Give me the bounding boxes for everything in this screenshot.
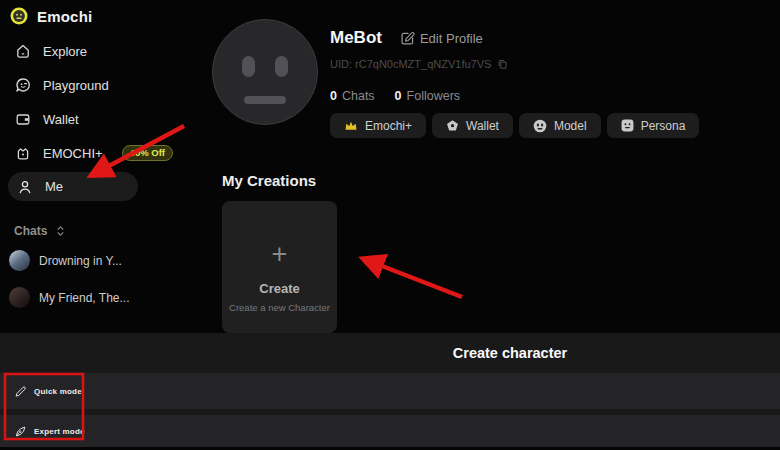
profile-stats: 0 Chats 0 Followers [330, 89, 460, 103]
my-creations-title: My Creations [222, 172, 316, 189]
create-character-card[interactable]: + Create Create a new Character [222, 201, 337, 333]
copy-icon[interactable] [497, 59, 508, 70]
sidebar-item-label: Wallet [43, 112, 79, 127]
edit-icon [400, 31, 415, 46]
sidebar-item-emochi-plus[interactable]: EMOCHI+ 40% Off [0, 136, 205, 170]
pentagon-gem-icon [446, 119, 459, 132]
profile-actions: Emochi+ Wallet Model [330, 113, 699, 138]
profile-avatar [212, 19, 318, 125]
action-label: Wallet [466, 119, 499, 133]
edit-profile-label: Edit Profile [420, 31, 483, 46]
wallet-icon [14, 111, 31, 127]
expert-mode-label: Expert mode [34, 427, 85, 436]
plus-icon: + [272, 241, 288, 267]
uid-row: UID: rC7qN0cMZT_qNZV1fu7VS [330, 58, 508, 70]
sidebar-item-playground[interactable]: Playground [0, 68, 205, 102]
stat-value: 0 [395, 89, 402, 103]
sidebar-item-me[interactable]: Me [8, 172, 138, 201]
emochi-plus-button[interactable]: Emochi+ [330, 113, 426, 138]
uid-text: UID: rC7qN0cMZT_qNZV1fu7VS [330, 58, 491, 70]
crown-box-icon [14, 145, 31, 161]
face-card-icon [621, 119, 634, 132]
chat-avatar [9, 250, 30, 271]
avatar-eye [275, 56, 288, 77]
model-button[interactable]: Model [519, 113, 601, 138]
create-card-subtitle: Create a new Character [229, 302, 330, 313]
discount-badge: 40% Off [122, 145, 173, 161]
home-icon [14, 43, 31, 59]
expert-mode-option[interactable]: Expert mode [0, 415, 780, 447]
stat-label: Chats [342, 89, 375, 103]
create-character-sheet: Create character Quick mode Expert mode [0, 333, 780, 447]
pen-nib-icon [14, 425, 27, 438]
edit-profile-button[interactable]: Edit Profile [400, 31, 483, 46]
app-title: Emochi [37, 8, 92, 25]
sidebar-item-label: Playground [43, 78, 109, 93]
sidebar-nav: Explore Playground [0, 34, 205, 201]
sidebar-item-wallet[interactable]: Wallet [0, 102, 205, 136]
chat-name: Drowning in Y... [39, 254, 122, 268]
avatar-eye [242, 56, 255, 77]
chats-label: Chats [14, 224, 47, 238]
profile-header: MeBot Edit Profile [330, 28, 483, 48]
person-icon [16, 179, 33, 195]
sidebar-item-label: Me [45, 179, 63, 194]
annotation-arrow-create [364, 259, 462, 297]
quick-mode-option[interactable]: Quick mode [0, 373, 780, 409]
chat-avatar [9, 287, 30, 308]
action-label: Model [554, 119, 587, 133]
pen-icon [14, 385, 27, 398]
chat-list-item[interactable]: Drowning in Y... [0, 242, 200, 279]
quick-mode-label: Quick mode [34, 387, 82, 396]
action-label: Persona [641, 119, 686, 133]
app-root: Emochi Explore [0, 0, 780, 450]
chat-list-item[interactable]: My Friend, The... [0, 279, 200, 316]
stat-chats: 0 Chats [330, 89, 375, 103]
robot-face-icon [533, 119, 547, 133]
sort-icon[interactable] [54, 224, 67, 238]
persona-button[interactable]: Persona [607, 113, 700, 138]
create-card-title: Create [259, 281, 299, 296]
action-label: Emochi+ [365, 119, 412, 133]
sidebar-item-explore[interactable]: Explore [0, 34, 205, 68]
crown-icon [344, 120, 358, 131]
sheet-title: Create character [240, 333, 780, 373]
wallet-button[interactable]: Wallet [432, 113, 513, 138]
chats-section: Chats Drowning in Y... My Friend, The... [0, 220, 200, 316]
stat-value: 0 [330, 89, 337, 103]
avatar-mouth [244, 96, 286, 104]
emochi-logo-icon [10, 7, 28, 25]
stat-followers: 0 Followers [395, 89, 460, 103]
profile-name: MeBot [330, 28, 382, 48]
chat-name: My Friend, The... [39, 291, 129, 305]
app-logo[interactable]: Emochi [0, 0, 205, 25]
sidebar-item-label: Explore [43, 44, 87, 59]
sidebar-item-label: EMOCHI+ [43, 146, 103, 161]
chats-header: Chats [0, 220, 200, 242]
stat-label: Followers [407, 89, 461, 103]
playground-icon [14, 77, 31, 93]
